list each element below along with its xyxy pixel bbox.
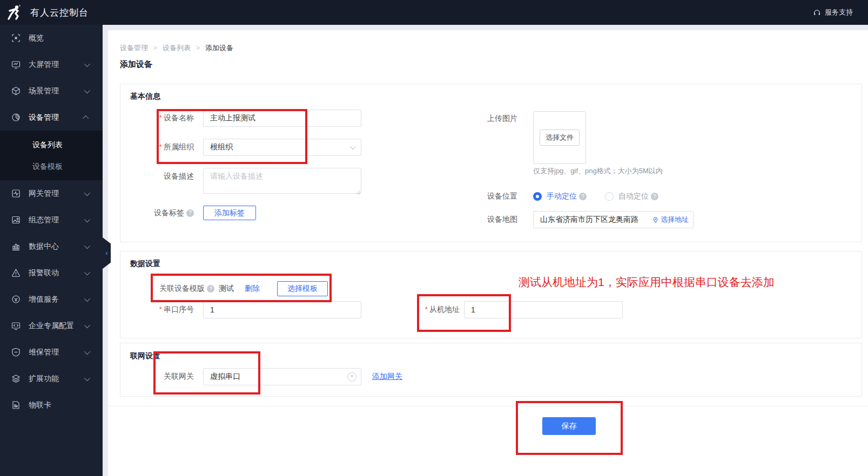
sidebar-item-label: 场景管理	[29, 86, 84, 96]
manual-locate-radio[interactable]	[533, 192, 542, 201]
enterprise-config-icon	[11, 321, 21, 330]
sidebar-item-scene-mgmt[interactable]: 场景管理	[0, 78, 103, 104]
device-desc-label: 设备描述	[130, 168, 194, 181]
chevron-down-icon	[84, 242, 90, 248]
sim-card-icon	[11, 400, 21, 410]
content-area: 设备管理 > 设备列表 > 添加设备 添加设备 基本信息 *设备名称 *所属组织	[103, 25, 868, 476]
sidebar-item-label: 大屏管理	[29, 60, 84, 70]
choose-address-link[interactable]: 选择地址	[652, 211, 689, 228]
sidebar-item-data-center[interactable]: 数据中心	[0, 233, 103, 260]
help-icon[interactable]: ?	[207, 285, 214, 293]
choose-address-label: 选择地址	[661, 215, 689, 225]
linked-template-value: 测试	[219, 284, 234, 294]
sidebar-item-label: 组态管理	[29, 215, 84, 225]
sidebar-item-label: 维保管理	[29, 348, 84, 357]
serial-index-input[interactable]	[203, 301, 361, 318]
linked-template-label: 关联设备模版	[159, 284, 205, 294]
slave-address-input[interactable]	[464, 301, 623, 318]
sidebar-item-label: 概览	[29, 33, 103, 43]
upload-image-label: 上传图片	[474, 111, 517, 124]
sidebar-item-enterprise-config[interactable]: 企业专属配置	[0, 312, 103, 339]
choose-file-button[interactable]: 选择文件	[540, 130, 580, 146]
organization-label: *所属组织	[130, 142, 194, 152]
service-support-label: 服务支持	[825, 8, 853, 17]
serial-index-label: *串口序号	[130, 305, 194, 315]
device-map-row: 设备地图 选择地址	[474, 211, 694, 228]
slave-address-label: *从机地址	[416, 305, 460, 315]
chevron-down-icon	[84, 295, 90, 301]
upload-image-dropzone[interactable]: 选择文件	[533, 111, 586, 164]
device-location-row: 设备位置 手动定位 ? 自动定位 ?	[474, 191, 658, 202]
linked-template-row: 关联设备模版 ? 测试 删除 选择模板	[159, 281, 328, 296]
chevron-down-icon	[84, 375, 90, 380]
required-mark: *	[159, 142, 162, 151]
save-button[interactable]: 保存	[542, 417, 596, 435]
breadcrumb: 设备管理 > 设备列表 > 添加设备	[120, 43, 233, 53]
sidebar-item-label: 扩展功能	[29, 374, 84, 384]
linked-gateway-input[interactable]	[203, 368, 361, 385]
delete-template-link[interactable]: 删除	[245, 284, 260, 294]
sidebar-item-iot-card[interactable]: 物联卡	[0, 392, 103, 418]
bar-chart-icon	[11, 242, 21, 251]
shield-icon	[11, 348, 21, 357]
data-settings-title: 数据设置	[130, 259, 160, 269]
slave-address-row: *从机地址	[416, 301, 623, 318]
sidebar-subitem-device-list[interactable]: 设备列表	[0, 134, 103, 155]
chevron-down-icon	[84, 348, 90, 354]
organization-value: 根组织	[210, 142, 233, 152]
device-mgmt-icon	[11, 113, 21, 122]
chevron-down-icon	[84, 269, 90, 275]
breadcrumb-current: 添加设备	[205, 43, 233, 53]
device-tag-label: 设备标签?	[130, 208, 194, 218]
sidebar-item-label: 数据中心	[29, 242, 84, 251]
help-icon[interactable]: ?	[186, 209, 194, 217]
breadcrumb-separator: >	[153, 44, 157, 52]
page-title: 添加设备	[120, 59, 152, 70]
headset-icon	[813, 9, 821, 17]
breadcrumb-device-mgmt[interactable]: 设备管理	[120, 43, 148, 53]
manual-locate-label[interactable]: 手动定位	[547, 192, 577, 201]
sidebar-item-alarm-linkage[interactable]: 报警联动	[0, 260, 103, 286]
organization-select[interactable]: 根组织	[203, 139, 361, 156]
sidebar-item-overview[interactable]: 概览	[0, 25, 103, 51]
device-tag-row: 设备标签? 添加标签	[130, 206, 256, 220]
sidebar-item-label: 报警联动	[29, 268, 84, 278]
device-name-input[interactable]	[203, 110, 361, 127]
sidebar-item-device-mgmt[interactable]: 设备管理	[0, 104, 103, 131]
chevron-down-icon	[84, 60, 90, 66]
chevron-down-icon	[84, 87, 90, 93]
help-icon[interactable]: ?	[579, 193, 587, 200]
chevron-down-icon	[84, 216, 90, 222]
sidebar-item-screen-mgmt[interactable]: 大屏管理	[0, 51, 103, 78]
upload-image-row: 上传图片 选择文件	[474, 111, 586, 164]
auto-locate-label[interactable]: 自动定位	[618, 192, 649, 201]
sidebar-item-maintenance[interactable]: 维保管理	[0, 339, 103, 365]
breadcrumb-separator: >	[196, 44, 200, 52]
add-tag-button[interactable]: 添加标签	[203, 206, 256, 220]
sidebar-item-scada-mgmt[interactable]: 组态管理	[0, 207, 103, 233]
help-icon[interactable]: ?	[651, 193, 658, 200]
sidebar-item-gateway-mgmt[interactable]: 网关管理	[0, 180, 103, 207]
select-template-button[interactable]: 选择模板	[277, 281, 328, 296]
required-mark: *	[159, 113, 162, 122]
data-settings-section: 数据设置 关联设备模版 ? 测试 删除 选择模板 *串口序号 *从机地址	[120, 251, 862, 338]
sidebar-item-value-added[interactable]: 增值服务	[0, 286, 103, 312]
clear-input-icon[interactable]: ✕	[347, 372, 356, 382]
gateway-icon	[11, 189, 21, 198]
auto-locate-radio[interactable]	[605, 192, 614, 201]
logo-area: 有人云控制台	[0, 4, 89, 21]
required-mark: *	[159, 305, 162, 314]
breadcrumb-device-list[interactable]: 设备列表	[163, 43, 191, 53]
add-gateway-link[interactable]: 添加网关	[372, 372, 402, 382]
service-support-button[interactable]: 服务支持	[813, 8, 868, 17]
sidebar-item-label: 增值服务	[29, 295, 84, 304]
chevron-down-icon	[350, 144, 356, 149]
sidebar-item-extensions[interactable]: 扩展功能	[0, 365, 103, 392]
sidebar-subitem-device-template[interactable]: 设备模板	[0, 155, 103, 177]
scada-image-icon	[11, 215, 21, 225]
topbar: 有人云控制台 服务支持	[0, 0, 868, 25]
serial-index-row: *串口序号	[130, 301, 361, 318]
layers-icon	[11, 374, 21, 383]
device-desc-textarea[interactable]	[203, 168, 361, 194]
linked-gateway-row: 关联网关 ✕ 添加网关	[130, 368, 402, 385]
